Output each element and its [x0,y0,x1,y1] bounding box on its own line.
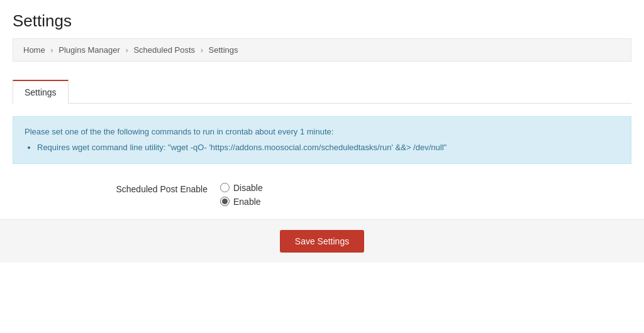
breadcrumb-separator-1: › [50,45,53,55]
form-control-scheduled-post-enable: Disable Enable [220,183,263,207]
form-label-scheduled-post-enable: Scheduled Post Enable [19,183,220,194]
breadcrumb-scheduled-posts[interactable]: Scheduled Posts [133,45,195,55]
form-row-scheduled-post-enable: Scheduled Post Enable Disable Enable [19,183,625,207]
breadcrumb-plugins-manager[interactable]: Plugins Manager [58,45,120,55]
breadcrumb-separator-2: › [125,45,128,55]
info-box: Please set one of the the following comm… [13,116,631,164]
page-header: Settings Home › Plugins Manager › Schedu… [0,0,644,68]
radio-enable-label: Enable [233,197,261,207]
info-box-bullet: Requires wget command line utility: "wge… [37,141,619,155]
page-title: Settings [13,11,631,31]
breadcrumb-separator-3: › [201,45,203,55]
save-settings-button[interactable]: Save Settings [280,230,364,253]
radio-disable[interactable] [220,183,230,192]
breadcrumb: Home › Plugins Manager › Scheduled Posts… [13,38,631,62]
tab-settings[interactable]: Settings [13,80,69,104]
breadcrumb-settings: Settings [209,45,238,55]
radio-enable[interactable] [220,197,230,206]
settings-form: Scheduled Post Enable Disable Enable [13,183,631,207]
info-box-text: Please set one of the the following comm… [25,127,333,136]
form-footer: Save Settings [0,219,644,263]
breadcrumb-home[interactable]: Home [23,45,45,55]
radio-option-disable[interactable]: Disable [220,183,263,193]
tabs-bar: Settings [13,79,631,104]
radio-option-enable[interactable]: Enable [220,197,263,207]
radio-disable-label: Disable [233,183,263,193]
content-area: Settings Please set one of the the follo… [0,79,644,207]
